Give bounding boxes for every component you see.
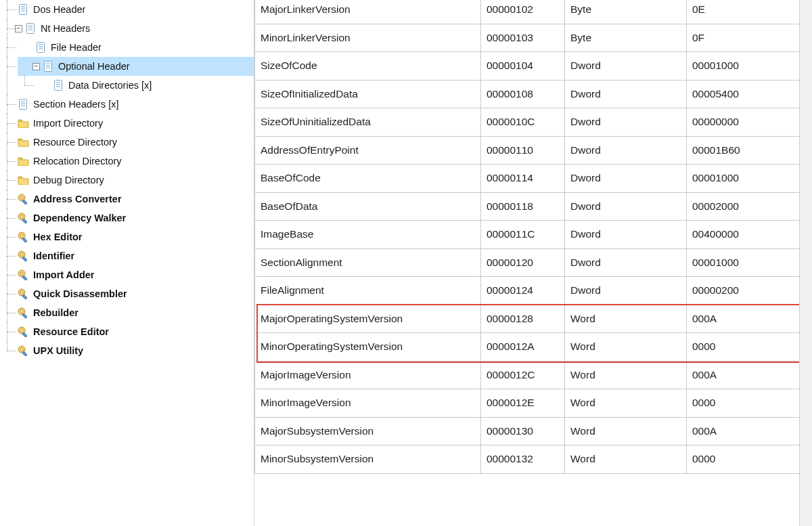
cell-value[interactable]: 000A — [687, 417, 812, 445]
cell-offset[interactable]: 0000010C — [481, 108, 565, 137]
cell-offset[interactable]: 00000124 — [481, 277, 565, 305]
table-row[interactable]: SectionAlignment00000120Dword00001000 — [255, 248, 812, 277]
cell-value[interactable]: 0E — [687, 0, 812, 24]
cell-offset[interactable]: 00000103 — [481, 24, 565, 52]
cell-name[interactable]: BaseOfCode — [255, 165, 481, 193]
table-row[interactable]: SizeOfInitializedData00000108Dword000054… — [255, 80, 812, 108]
cell-name[interactable]: MajorSubsystemVersion — [255, 417, 481, 445]
tree-node-resource-directory[interactable]: Resource Directory — [0, 133, 254, 152]
cell-offset[interactable]: 00000120 — [481, 248, 565, 277]
cell-value[interactable]: 0F — [687, 24, 812, 52]
cell-name[interactable]: AddressOfEntryPoint — [255, 136, 481, 165]
cell-size[interactable]: Word — [565, 389, 687, 418]
table-row[interactable]: FileAlignment00000124Dword00000200 — [255, 277, 812, 305]
cell-name[interactable]: SizeOfUninitializedData — [255, 108, 481, 137]
cell-value[interactable]: 0000 — [687, 389, 812, 418]
cell-size[interactable]: Word — [565, 417, 687, 445]
cell-offset[interactable]: 00000102 — [481, 0, 565, 24]
cell-offset[interactable]: 00000128 — [481, 305, 565, 333]
tree-node-optional-header[interactable]: Optional Header Data Directories [x] — [18, 57, 254, 95]
cell-size[interactable]: Byte — [565, 0, 687, 24]
tree-node-identifier[interactable]: Identifier — [0, 246, 254, 265]
cell-size[interactable]: Dword — [565, 108, 687, 137]
tree-node-relocation-directory[interactable]: Relocation Directory — [0, 152, 254, 171]
table-row[interactable]: ImageBase0000011CDword00400000 — [255, 221, 812, 249]
cell-name[interactable]: MinorImageVersion — [255, 389, 481, 418]
cell-offset[interactable]: 00000130 — [481, 417, 565, 445]
tree-node-nt-headers[interactable]: Nt Headers File Header — [0, 19, 254, 95]
table-row[interactable]: MinorSubsystemVersion00000132Word0000 — [255, 445, 812, 474]
cell-value[interactable]: 00005400 — [687, 80, 812, 108]
table-row[interactable]: SizeOfCode00000104Dword00001000 — [255, 52, 812, 81]
cell-size[interactable]: Dword — [565, 165, 687, 193]
cell-value[interactable]: 00001000 — [687, 165, 812, 193]
table-row[interactable]: BaseOfData00000118Dword00002000 — [255, 192, 812, 221]
cell-offset[interactable]: 0000011C — [481, 221, 565, 249]
table-row[interactable]: MinorImageVersion0000012EWord0000 — [255, 389, 812, 418]
cell-size[interactable]: Word — [565, 361, 687, 389]
table-row[interactable]: BaseOfCode00000114Dword00001000 — [255, 165, 812, 193]
cell-size[interactable]: Dword — [565, 52, 687, 81]
tree-node-section-headers[interactable]: Section Headers [x] — [0, 95, 254, 114]
tree-node-hex-editor[interactable]: Hex Editor — [0, 227, 254, 246]
cell-value[interactable]: 00001000 — [687, 248, 812, 277]
cell-offset[interactable]: 00000114 — [481, 165, 565, 193]
cell-name[interactable]: BaseOfData — [255, 192, 481, 221]
cell-offset[interactable]: 00000118 — [481, 192, 565, 221]
cell-name[interactable]: ImageBase — [255, 221, 481, 249]
cell-value[interactable]: 00002000 — [687, 192, 812, 221]
tree-node-rebuilder[interactable]: Rebuilder — [0, 303, 254, 322]
cell-value[interactable]: 000A — [687, 305, 812, 333]
cell-size[interactable]: Word — [565, 333, 687, 361]
cell-offset[interactable]: 00000108 — [481, 80, 565, 108]
cell-size[interactable]: Word — [565, 305, 687, 333]
cell-offset[interactable]: 0000012E — [481, 389, 565, 418]
cell-size[interactable]: Dword — [565, 192, 687, 221]
cell-value[interactable]: 00001B60 — [687, 136, 812, 165]
cell-name[interactable]: MajorImageVersion — [255, 361, 481, 389]
tree-node-resource-editor[interactable]: Resource Editor — [0, 322, 254, 341]
collapse-icon[interactable] — [15, 25, 22, 32]
cell-name[interactable]: MinorOperatingSystemVersion — [255, 333, 481, 361]
cell-name[interactable]: MinorSubsystemVersion — [255, 445, 481, 474]
cell-value[interactable]: 0000 — [687, 445, 812, 474]
cell-name[interactable]: MinorLinkerVersion — [255, 24, 481, 52]
cell-offset[interactable]: 0000012C — [481, 361, 565, 389]
cell-name[interactable]: SizeOfCode — [255, 52, 481, 81]
cell-value[interactable]: 0000 — [687, 333, 812, 361]
table-row[interactable]: MinorOperatingSystemVersion0000012AWord0… — [255, 333, 812, 361]
tree-node-quick-disassembler[interactable]: Quick Disassembler — [0, 284, 254, 303]
cell-name[interactable]: MajorOperatingSystemVersion — [255, 305, 481, 333]
cell-offset[interactable]: 00000104 — [481, 52, 565, 81]
tree-node-dependency-walker[interactable]: Dependency Walker — [0, 209, 254, 227]
table-row[interactable]: MajorImageVersion0000012CWord000A — [255, 361, 812, 389]
tree-node-file-header[interactable]: File Header — [18, 38, 254, 57]
cell-offset[interactable]: 0000012A — [481, 333, 565, 361]
cell-name[interactable]: SizeOfInitializedData — [255, 80, 481, 108]
cell-value[interactable]: 00001000 — [687, 52, 812, 81]
cell-size[interactable]: Dword — [565, 277, 687, 305]
table-row[interactable]: MajorOperatingSystemVersion00000128Word0… — [255, 305, 812, 333]
vertical-scrollbar[interactable] — [799, 0, 812, 526]
cell-value[interactable]: 00400000 — [687, 221, 812, 249]
cell-name[interactable]: MajorLinkerVersion — [255, 0, 481, 24]
tree-node-import-directory[interactable]: Import Directory — [0, 114, 254, 133]
cell-size[interactable]: Byte — [565, 24, 687, 52]
cell-size[interactable]: Word — [565, 445, 687, 474]
cell-offset[interactable]: 00000110 — [481, 136, 565, 165]
tree-node-upx-utility[interactable]: UPX Utility — [0, 341, 254, 360]
cell-name[interactable]: FileAlignment — [255, 277, 481, 305]
tree-node-address-converter[interactable]: Address Converter — [0, 190, 254, 209]
cell-value[interactable]: 000A — [687, 361, 812, 389]
table-row[interactable]: AddressOfEntryPoint00000110Dword00001B60 — [255, 136, 812, 165]
cell-name[interactable]: SectionAlignment — [255, 248, 481, 277]
cell-size[interactable]: Dword — [565, 248, 687, 277]
tree-node-dos-header[interactable]: Dos Header — [0, 0, 254, 19]
table-row[interactable]: SizeOfUninitializedData0000010CDword0000… — [255, 108, 812, 137]
cell-value[interactable]: 00000200 — [687, 277, 812, 305]
table-row[interactable]: MinorLinkerVersion00000103Byte0F — [255, 24, 812, 52]
tree-node-import-adder[interactable]: Import Adder — [0, 265, 254, 284]
cell-offset[interactable]: 00000132 — [481, 445, 565, 474]
cell-size[interactable]: Dword — [565, 221, 687, 249]
table-row[interactable]: MajorLinkerVersion00000102Byte0E — [255, 0, 812, 24]
